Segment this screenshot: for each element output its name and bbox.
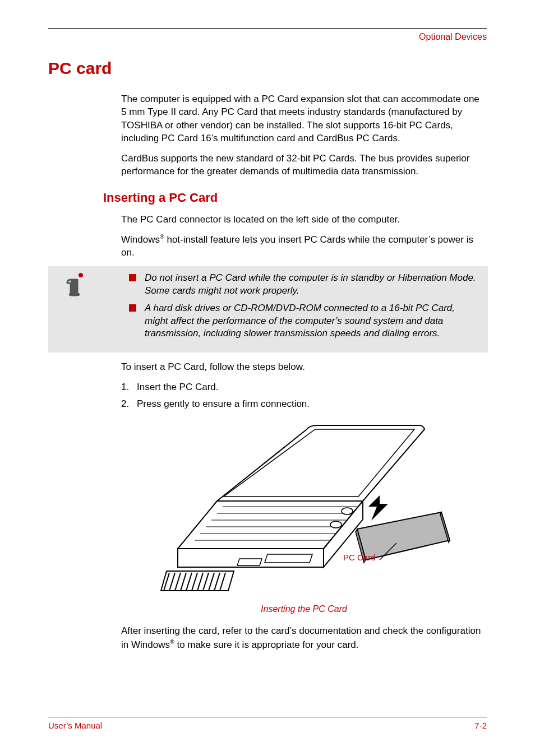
info-icon [65, 272, 87, 299]
registered-mark: ® [170, 638, 174, 645]
footer-right: 7-2 [474, 721, 487, 730]
page-footer: User’s Manual 7-2 [48, 717, 487, 730]
svg-line-16 [186, 573, 192, 591]
svg-rect-1 [71, 280, 78, 283]
after-p1-part-b: to make sure it is appropriate for your … [174, 639, 359, 650]
figure-caption: Inserting the PC Card [121, 604, 487, 614]
note-callout: Do not insert a PC Card while the comput… [48, 266, 488, 353]
insert-paragraph-1: The PC Card connector is located on the … [121, 213, 487, 226]
after-paragraph: After inserting the card, refer to the c… [121, 624, 487, 651]
figure-inserting-pc-card: PC Card Inserting the PC Card [121, 423, 487, 614]
note-1-text: Do not insert a PC Card while the comput… [145, 272, 476, 296]
svg-point-10 [330, 521, 342, 528]
svg-rect-3 [69, 293, 80, 296]
steps-intro: To insert a PC Card, follow the steps be… [121, 360, 487, 373]
header-section-label: Optional Devices [48, 29, 487, 42]
intro-paragraph-1: The computer is equipped with a PC Card … [121, 92, 487, 145]
svg-line-22 [220, 573, 225, 591]
bullet-square-icon [129, 304, 136, 312]
bullet-square-icon [129, 274, 136, 281]
svg-rect-2 [71, 283, 77, 294]
svg-line-12 [164, 573, 169, 591]
insert-paragraph-2: Windows® hot-install feature lets you in… [121, 233, 487, 259]
step-1-number: 1. [121, 381, 137, 394]
footer-left: User’s Manual [48, 721, 102, 730]
heading-inserting-pc-card: Inserting a PC Card [103, 191, 487, 205]
note-item-1: Do not insert a PC Card while the comput… [129, 272, 480, 298]
step-2-number: 2. [121, 397, 137, 411]
intro-paragraph-2: CardBus supports the new standard of 32-… [121, 152, 487, 178]
svg-point-11 [342, 508, 353, 514]
svg-line-15 [181, 573, 186, 591]
heading-pc-card: PC card [48, 59, 487, 78]
svg-line-20 [209, 573, 214, 591]
svg-line-19 [203, 573, 209, 591]
svg-line-13 [169, 573, 175, 591]
note-2-text: A hard disk drives or CD-ROM/DVD-ROM con… [145, 303, 455, 339]
svg-line-18 [197, 573, 203, 591]
figure-label-pc-card: PC Card [343, 553, 376, 562]
step-2: 2. Press gently to ensure a firm connect… [121, 397, 487, 411]
step-2-text: Press gently to ensure a firm connection… [137, 397, 310, 411]
svg-line-21 [214, 573, 220, 591]
insert-p2-part-b: hot-install feature lets you insert PC C… [121, 234, 473, 258]
pc-card-illustration [155, 423, 453, 596]
insert-p2-part-a: Windows [121, 234, 160, 245]
registered-mark: ® [160, 233, 164, 240]
step-1-text: Insert the PC Card. [137, 381, 219, 394]
step-1: 1. Insert the PC Card. [121, 381, 487, 394]
svg-line-14 [175, 573, 181, 591]
svg-point-0 [79, 273, 83, 277]
svg-line-17 [192, 573, 197, 591]
note-item-2: A hard disk drives or CD-ROM/DVD-ROM con… [129, 302, 480, 341]
